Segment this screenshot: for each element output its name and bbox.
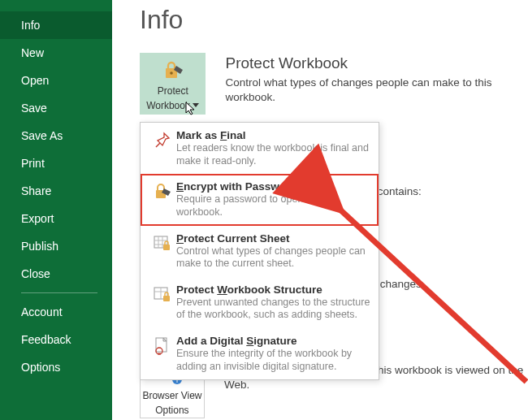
sidebar-item-options[interactable]: Options bbox=[0, 353, 112, 381]
sidebar-item-feedback[interactable]: Feedback bbox=[0, 326, 112, 353]
menu-protect-current-sheet[interactable]: Protect Current Sheet Control what types… bbox=[141, 226, 379, 277]
page-title: Info bbox=[140, 5, 528, 35]
menu-desc: Let readers know the workbook is final a… bbox=[176, 142, 370, 167]
sidebar-divider bbox=[21, 292, 97, 293]
sidebar-item-open[interactable]: Open bbox=[0, 67, 112, 94]
protect-btn-label1: Protect bbox=[158, 86, 188, 97]
menu-title: Encrypt with Password bbox=[176, 180, 370, 193]
protect-workbook-button[interactable]: Protect Workbook bbox=[140, 53, 206, 115]
protect-workbook-dropdown: Mark as Final Let readers know the workb… bbox=[140, 122, 379, 380]
menu-title: Mark as Final bbox=[176, 129, 370, 141]
menu-title: Protect Workbook Structure bbox=[176, 284, 370, 296]
sidebar-item-close[interactable]: Close bbox=[0, 260, 112, 288]
menu-add-digital-signature[interactable]: Add a Digital Signature Ensure the integ… bbox=[141, 328, 379, 379]
menu-mark-as-final[interactable]: Mark as Final Let readers know the workb… bbox=[141, 123, 379, 174]
menu-protect-workbook-structure[interactable]: Protect Workbook Structure Prevent unwan… bbox=[141, 277, 379, 328]
browser-btn-label1: Browser View bbox=[142, 391, 201, 401]
protect-desc: Control what types of changes people can… bbox=[225, 76, 528, 105]
sidebar-item-print[interactable]: Print bbox=[0, 149, 112, 177]
menu-title: Add a Digital Signature bbox=[176, 335, 370, 347]
sidebar-item-new[interactable]: New bbox=[0, 39, 112, 67]
protect-title: Protect Workbook bbox=[225, 54, 528, 72]
svg-line-7 bbox=[156, 143, 160, 147]
pushpin-icon bbox=[149, 129, 176, 150]
cursor-icon bbox=[185, 102, 197, 116]
protect-text: Protect Workbook Control what types of c… bbox=[225, 53, 528, 105]
menu-title: Protect Current Sheet bbox=[176, 232, 370, 245]
menu-desc: Require a password to open this workbook… bbox=[176, 193, 370, 219]
browser-btn-label2: Options bbox=[155, 405, 188, 416]
sidebar-item-save[interactable]: Save bbox=[0, 94, 112, 122]
workbook-lock-icon bbox=[149, 284, 176, 305]
protect-workbook-section: Protect Workbook Protect Workbook Contro… bbox=[140, 53, 528, 115]
backstage-sidebar: Info New Open Save Save As Print Share E… bbox=[0, 0, 112, 420]
menu-desc: Control what types of changes people can… bbox=[176, 245, 370, 271]
svg-point-1 bbox=[170, 72, 173, 76]
sidebar-item-info[interactable]: Info bbox=[0, 11, 112, 39]
menu-desc: Prevent unwanted changes to the structur… bbox=[176, 297, 370, 322]
svg-rect-14 bbox=[163, 245, 170, 250]
menu-desc: Ensure the integrity of the workbook by … bbox=[176, 348, 370, 373]
sidebar-item-share[interactable]: Share bbox=[0, 177, 112, 205]
lock-key-icon bbox=[149, 180, 176, 201]
svg-rect-18 bbox=[163, 296, 170, 301]
sidebar-item-export[interactable]: Export bbox=[0, 205, 112, 232]
signature-icon bbox=[149, 335, 176, 356]
menu-encrypt-with-password[interactable]: Encrypt with Password Require a password… bbox=[141, 174, 379, 225]
sidebar-item-publish[interactable]: Publish bbox=[0, 232, 112, 260]
sheet-lock-icon bbox=[149, 232, 176, 253]
sidebar-item-saveas[interactable]: Save As bbox=[0, 122, 112, 149]
sidebar-item-account[interactable]: Account bbox=[0, 298, 112, 326]
lock-icon bbox=[161, 59, 185, 83]
